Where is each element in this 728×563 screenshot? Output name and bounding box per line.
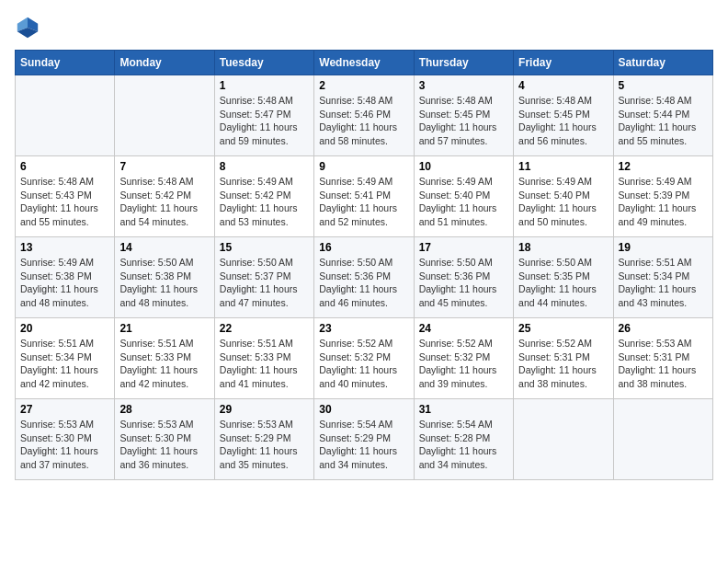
logo-icon — [15, 15, 40, 40]
calendar-week-5: 27Sunrise: 5:53 AMSunset: 5:30 PMDayligh… — [16, 399, 713, 480]
weekday-header-friday: Friday — [514, 51, 613, 75]
calendar-cell: 24Sunrise: 5:52 AMSunset: 5:32 PMDayligh… — [414, 318, 513, 399]
day-number: 21 — [119, 322, 209, 335]
cell-content: Sunrise: 5:48 AMSunset: 5:45 PMDaylight:… — [419, 94, 508, 148]
day-number: 20 — [20, 322, 109, 335]
calendar-cell: 18Sunrise: 5:50 AMSunset: 5:35 PMDayligh… — [514, 237, 613, 318]
calendar-cell: 14Sunrise: 5:50 AMSunset: 5:38 PMDayligh… — [115, 237, 214, 318]
cell-content: Sunrise: 5:49 AMSunset: 5:39 PMDaylight:… — [619, 175, 708, 229]
cell-content: Sunrise: 5:53 AMSunset: 5:30 PMDaylight:… — [119, 418, 209, 472]
calendar-cell: 15Sunrise: 5:50 AMSunset: 5:37 PMDayligh… — [214, 237, 313, 318]
day-number: 25 — [518, 322, 608, 335]
calendar-cell: 11Sunrise: 5:49 AMSunset: 5:40 PMDayligh… — [514, 156, 613, 237]
day-number: 16 — [319, 241, 408, 254]
calendar-cell: 2Sunrise: 5:48 AMSunset: 5:46 PMDaylight… — [314, 75, 414, 156]
cell-content: Sunrise: 5:51 AMSunset: 5:34 PMDaylight:… — [20, 337, 109, 391]
calendar-cell: 5Sunrise: 5:48 AMSunset: 5:44 PMDaylight… — [613, 75, 712, 156]
calendar-cell: 25Sunrise: 5:52 AMSunset: 5:31 PMDayligh… — [514, 318, 613, 399]
day-number: 3 — [419, 79, 508, 92]
calendar-cell: 16Sunrise: 5:50 AMSunset: 5:36 PMDayligh… — [314, 237, 414, 318]
page-header — [15, 15, 713, 40]
cell-content: Sunrise: 5:48 AMSunset: 5:45 PMDaylight:… — [518, 94, 608, 148]
day-number: 7 — [119, 160, 209, 173]
day-number: 11 — [518, 160, 608, 173]
weekday-header-monday: Monday — [115, 51, 214, 75]
calendar-cell: 27Sunrise: 5:53 AMSunset: 5:30 PMDayligh… — [16, 399, 115, 480]
calendar-week-3: 13Sunrise: 5:49 AMSunset: 5:38 PMDayligh… — [16, 237, 713, 318]
cell-content: Sunrise: 5:50 AMSunset: 5:37 PMDaylight:… — [220, 256, 309, 310]
day-number: 14 — [119, 241, 209, 254]
day-number: 4 — [518, 79, 608, 92]
calendar-cell: 4Sunrise: 5:48 AMSunset: 5:45 PMDaylight… — [514, 75, 613, 156]
cell-content: Sunrise: 5:54 AMSunset: 5:28 PMDaylight:… — [419, 418, 508, 472]
cell-content: Sunrise: 5:49 AMSunset: 5:38 PMDaylight:… — [20, 256, 109, 310]
calendar-cell: 30Sunrise: 5:54 AMSunset: 5:29 PMDayligh… — [314, 399, 414, 480]
cell-content: Sunrise: 5:51 AMSunset: 5:34 PMDaylight:… — [619, 256, 708, 310]
day-number: 15 — [220, 241, 309, 254]
calendar-cell — [115, 75, 214, 156]
calendar-cell: 10Sunrise: 5:49 AMSunset: 5:40 PMDayligh… — [414, 156, 513, 237]
calendar-cell: 12Sunrise: 5:49 AMSunset: 5:39 PMDayligh… — [613, 156, 712, 237]
calendar-cell: 23Sunrise: 5:52 AMSunset: 5:32 PMDayligh… — [314, 318, 414, 399]
calendar-cell: 7Sunrise: 5:48 AMSunset: 5:42 PMDaylight… — [115, 156, 214, 237]
cell-content: Sunrise: 5:52 AMSunset: 5:32 PMDaylight:… — [319, 337, 408, 391]
logo — [15, 15, 44, 40]
day-number: 5 — [619, 79, 708, 92]
cell-content: Sunrise: 5:49 AMSunset: 5:42 PMDaylight:… — [220, 175, 309, 229]
cell-content: Sunrise: 5:51 AMSunset: 5:33 PMDaylight:… — [220, 337, 309, 391]
calendar-cell: 19Sunrise: 5:51 AMSunset: 5:34 PMDayligh… — [613, 237, 712, 318]
cell-content: Sunrise: 5:53 AMSunset: 5:30 PMDaylight:… — [20, 418, 109, 472]
weekday-header-sunday: Sunday — [16, 51, 115, 75]
day-number: 18 — [518, 241, 608, 254]
day-number: 24 — [419, 322, 508, 335]
day-number: 30 — [319, 403, 408, 416]
weekday-header-wednesday: Wednesday — [314, 51, 414, 75]
cell-content: Sunrise: 5:54 AMSunset: 5:29 PMDaylight:… — [319, 418, 408, 472]
calendar-cell: 20Sunrise: 5:51 AMSunset: 5:34 PMDayligh… — [16, 318, 115, 399]
day-number: 1 — [220, 79, 309, 92]
cell-content: Sunrise: 5:52 AMSunset: 5:32 PMDaylight:… — [419, 337, 508, 391]
calendar-cell — [16, 75, 115, 156]
day-number: 27 — [20, 403, 109, 416]
day-number: 19 — [619, 241, 708, 254]
cell-content: Sunrise: 5:48 AMSunset: 5:42 PMDaylight:… — [119, 175, 209, 229]
day-number: 6 — [20, 160, 109, 173]
cell-content: Sunrise: 5:48 AMSunset: 5:44 PMDaylight:… — [619, 94, 708, 148]
cell-content: Sunrise: 5:50 AMSunset: 5:38 PMDaylight:… — [119, 256, 209, 310]
cell-content: Sunrise: 5:53 AMSunset: 5:31 PMDaylight:… — [619, 337, 708, 391]
calendar-week-2: 6Sunrise: 5:48 AMSunset: 5:43 PMDaylight… — [16, 156, 713, 237]
weekday-header-saturday: Saturday — [613, 51, 712, 75]
day-number: 8 — [220, 160, 309, 173]
calendar-cell: 3Sunrise: 5:48 AMSunset: 5:45 PMDaylight… — [414, 75, 513, 156]
cell-content: Sunrise: 5:50 AMSunset: 5:36 PMDaylight:… — [319, 256, 408, 310]
cell-content: Sunrise: 5:50 AMSunset: 5:36 PMDaylight:… — [419, 256, 508, 310]
calendar-cell: 22Sunrise: 5:51 AMSunset: 5:33 PMDayligh… — [214, 318, 313, 399]
day-number: 17 — [419, 241, 508, 254]
day-number: 12 — [619, 160, 708, 173]
calendar-cell: 17Sunrise: 5:50 AMSunset: 5:36 PMDayligh… — [414, 237, 513, 318]
day-number: 13 — [20, 241, 109, 254]
cell-content: Sunrise: 5:48 AMSunset: 5:46 PMDaylight:… — [319, 94, 408, 148]
cell-content: Sunrise: 5:53 AMSunset: 5:29 PMDaylight:… — [220, 418, 309, 472]
cell-content: Sunrise: 5:48 AMSunset: 5:43 PMDaylight:… — [20, 175, 109, 229]
day-number: 9 — [319, 160, 408, 173]
calendar-cell — [613, 399, 712, 480]
day-number: 22 — [220, 322, 309, 335]
calendar-cell: 31Sunrise: 5:54 AMSunset: 5:28 PMDayligh… — [414, 399, 513, 480]
day-number: 31 — [419, 403, 508, 416]
weekday-header-tuesday: Tuesday — [214, 51, 313, 75]
day-number: 28 — [119, 403, 209, 416]
calendar-cell: 28Sunrise: 5:53 AMSunset: 5:30 PMDayligh… — [115, 399, 214, 480]
calendar-cell: 1Sunrise: 5:48 AMSunset: 5:47 PMDaylight… — [214, 75, 313, 156]
cell-content: Sunrise: 5:52 AMSunset: 5:31 PMDaylight:… — [518, 337, 608, 391]
calendar-cell: 9Sunrise: 5:49 AMSunset: 5:41 PMDaylight… — [314, 156, 414, 237]
day-number: 2 — [319, 79, 408, 92]
calendar-week-1: 1Sunrise: 5:48 AMSunset: 5:47 PMDaylight… — [16, 75, 713, 156]
calendar-cell — [514, 399, 613, 480]
day-number: 23 — [319, 322, 408, 335]
weekday-header-row: SundayMondayTuesdayWednesdayThursdayFrid… — [16, 51, 713, 75]
calendar-week-4: 20Sunrise: 5:51 AMSunset: 5:34 PMDayligh… — [16, 318, 713, 399]
calendar-cell: 8Sunrise: 5:49 AMSunset: 5:42 PMDaylight… — [214, 156, 313, 237]
cell-content: Sunrise: 5:48 AMSunset: 5:47 PMDaylight:… — [220, 94, 309, 148]
day-number: 10 — [419, 160, 508, 173]
